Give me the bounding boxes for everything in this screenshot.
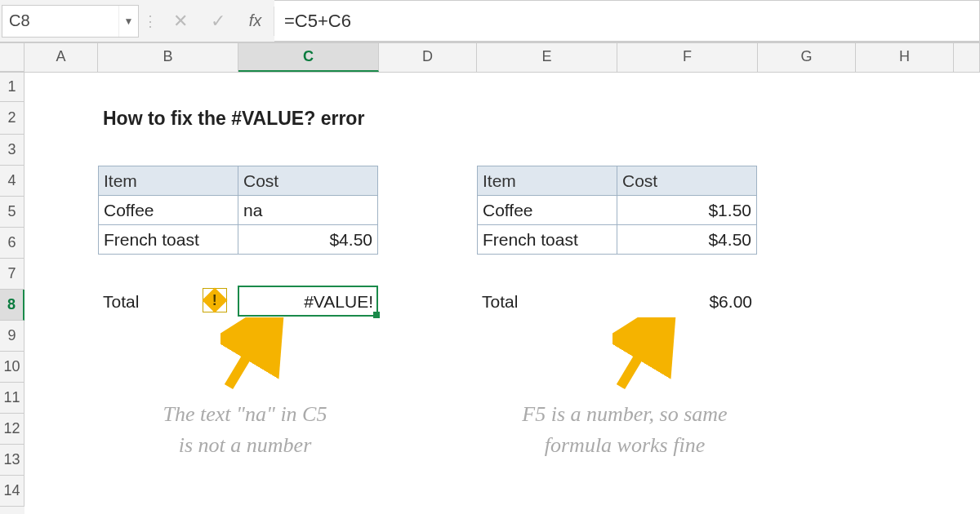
row-header-11[interactable]: 11 [0,383,24,414]
formula-bar-grip: ⋮ [140,7,162,36]
cell-C5[interactable]: na [238,195,378,225]
col-header-overflow [954,43,980,72]
cell-E6[interactable]: French toast [477,224,617,255]
cell-C6[interactable]: $4.50 [238,224,378,255]
cell-C4[interactable]: Cost [238,166,378,196]
cell-E5[interactable]: Coffee [477,195,617,225]
row-header-3[interactable]: 3 [0,135,24,166]
cell-reference[interactable]: C8 [2,11,118,30]
cell-B4[interactable]: Item [98,166,238,196]
formula-bar: C8 ▼ ⋮ ✕ ✓ fx =C5+C6 [0,0,980,42]
col-header-A[interactable]: A [24,43,98,72]
col-header-E[interactable]: E [477,43,617,72]
row-header-7[interactable]: 7 [0,259,24,290]
row-header-col: 1 2 3 4 5 6 7 8 9 10 11 12 13 14 [0,73,24,514]
arrow-right-icon [612,317,678,391]
col-header-D[interactable]: D [379,43,477,72]
row-header-5[interactable]: 5 [0,197,24,228]
row-header-6[interactable]: 6 [0,228,24,259]
cell-B8[interactable]: Total [98,286,196,317]
row-header-12[interactable]: 12 [0,414,24,445]
cell-E8[interactable]: Total [477,286,575,317]
select-all-corner[interactable] [0,43,24,72]
arrow-left-icon [220,317,286,391]
row-header-4[interactable]: 4 [0,166,24,197]
svg-line-1 [621,326,657,387]
worksheet: A B C D E F G H 1 2 3 4 5 6 7 8 9 10 11 … [0,42,980,514]
row-header-2[interactable]: 2 [0,102,24,135]
cell-C8[interactable]: #VALUE! [238,286,378,317]
cell-B5[interactable]: Coffee [98,195,238,225]
cell-F8[interactable]: $6.00 [617,286,757,317]
row-header-1[interactable]: 1 [0,73,24,102]
col-header-H[interactable]: H [856,43,954,72]
col-header-B[interactable]: B [98,43,238,72]
col-header-G[interactable]: G [758,43,856,72]
cell-F6[interactable]: $4.50 [617,224,757,255]
row-header-9[interactable]: 9 [0,321,24,352]
row-header-13[interactable]: 13 [0,445,24,476]
col-header-F[interactable]: F [617,43,758,72]
column-header-row: A B C D E F G H [0,43,980,73]
warning-icon: ! [202,287,227,312]
error-smart-tag[interactable]: ! [203,288,227,312]
formula-input[interactable]: =C5+C6 [274,0,980,42]
row-header-10[interactable]: 10 [0,352,24,383]
col-header-C[interactable]: C [238,43,379,72]
svg-line-0 [229,326,265,387]
name-box[interactable]: C8 ▼ [2,5,139,38]
row-header-14[interactable]: 14 [0,476,24,507]
cell-F5[interactable]: $1.50 [617,195,757,225]
cell-B6[interactable]: French toast [98,224,238,255]
page-title[interactable]: How to fix the #VALUE? error [98,104,506,134]
cancel-formula-button[interactable]: ✕ [162,7,199,36]
insert-function-button[interactable]: fx [237,7,274,36]
cell-F4[interactable]: Cost [617,166,757,196]
accept-formula-button[interactable]: ✓ [199,7,237,36]
cell-E4[interactable]: Item [477,166,617,196]
name-box-dropdown[interactable]: ▼ [118,6,138,37]
caption-left: The text "na" in C5is not a number [98,399,392,460]
row-header-8[interactable]: 8 [0,290,24,321]
cell-canvas[interactable]: How to fix the #VALUE? error Item Cost C… [24,73,980,514]
caption-right: F5 is a number, so sameformula works fin… [470,399,780,460]
